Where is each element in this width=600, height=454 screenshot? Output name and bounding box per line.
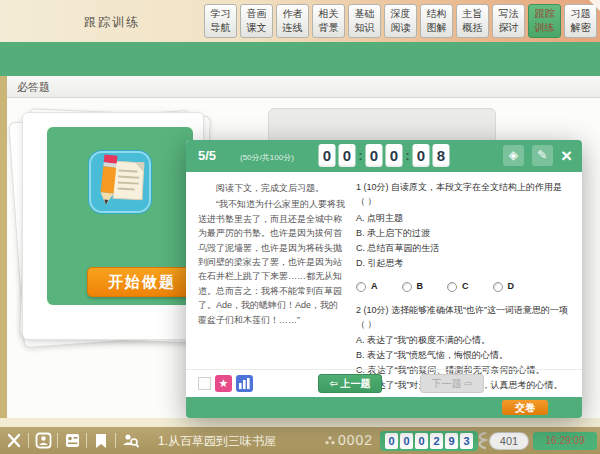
status-bar: 1.从百草园到三味书屋 0002 0 0 0 2 9 3 401 16:29:0… bbox=[0, 427, 600, 454]
divider bbox=[57, 433, 58, 448]
answer-option: B bbox=[402, 280, 424, 294]
question-2-option-a: A. 表达了“我”的极度不满的心情。 bbox=[356, 334, 570, 348]
answer-option: A bbox=[356, 280, 378, 294]
previous-question-label: 上一题 bbox=[341, 378, 371, 389]
timer-digit: 8 bbox=[433, 144, 450, 167]
left-arrow-icon: ⇦ bbox=[329, 378, 337, 389]
submit-button[interactable]: 交卷 bbox=[502, 400, 548, 415]
tab-study-nav[interactable]: 学习 导航 bbox=[204, 4, 237, 38]
tools-icon[interactable] bbox=[3, 431, 25, 451]
tab-writing-style[interactable]: 写法 探讨 bbox=[492, 4, 525, 38]
quiz-timer: 0 0 : 0 0 : 0 8 bbox=[319, 144, 450, 167]
dialog-header: 5/5 (50分/共100分) 0 0 : 0 0 : 0 8 ◈ ✎ × bbox=[186, 140, 582, 172]
counter-digit: 0 bbox=[415, 433, 428, 449]
radio-label: B bbox=[417, 280, 424, 294]
question-2-option-b: B. 表达了“我”愤怒气恼，悔恨的心情。 bbox=[356, 349, 570, 363]
question-1-title: 1 (10分) 自读原文，本段文字在全文结构上的作用是（ ） bbox=[356, 181, 570, 209]
question-2-title: 2 (10分) 选择能够准确体现“也许”这一词语意思的一项（ ） bbox=[356, 304, 570, 332]
radio-label: C bbox=[462, 280, 469, 294]
page-title: 跟踪训练 bbox=[84, 14, 140, 31]
lesson-title: 1.从百草园到三味书屋 bbox=[158, 433, 276, 450]
room-number-badge: 401 bbox=[489, 432, 529, 450]
tab-deep-reading[interactable]: 深度 阅读 bbox=[384, 4, 417, 38]
counter-digit: 2 bbox=[430, 433, 443, 449]
required-question-bar: 必答题 bbox=[7, 76, 600, 98]
radio-label: A bbox=[371, 280, 378, 294]
tab-background[interactable]: 相关 背景 bbox=[312, 4, 345, 38]
question-1-option-c: C. 总结百草园的生活 bbox=[356, 242, 570, 256]
favorite-star-icon[interactable]: ★ bbox=[215, 375, 232, 392]
clip-icon bbox=[475, 431, 489, 451]
passage-body: “我不知道为什么家里的人要将我送进书塾里去了，而且还是全城中称为最严厉的书塾。也… bbox=[198, 197, 346, 327]
pen-icon[interactable]: ✎ bbox=[532, 145, 553, 166]
timer-digit: 0 bbox=[386, 144, 403, 167]
pencil-document-icon bbox=[87, 149, 153, 215]
tab-author-link[interactable]: 作者 连线 bbox=[276, 4, 309, 38]
users-cluster-icon bbox=[325, 436, 335, 445]
dialog-actions: ◈ ✎ × bbox=[503, 145, 572, 166]
counter-digit: 0 bbox=[400, 433, 413, 449]
mark-checkbox[interactable] bbox=[198, 377, 211, 390]
question-1-option-b: B. 承上启下的过渡 bbox=[356, 227, 570, 241]
radio-q1-b[interactable] bbox=[402, 282, 412, 292]
corner-fold-icon bbox=[589, 0, 600, 11]
bookmark-icon[interactable] bbox=[90, 431, 112, 451]
user-search-icon[interactable] bbox=[119, 431, 141, 451]
tab-tracking-training[interactable]: 跟踪 训练 bbox=[528, 4, 561, 38]
radio-q1-a[interactable] bbox=[356, 282, 366, 292]
quiz-card-panel: 开始做题 bbox=[47, 127, 193, 305]
question-panel: 1 (10分) 自读原文，本段文字在全文结构上的作用是（ ） A. 点明主题 B… bbox=[356, 181, 570, 369]
next-question-label: 下一题 bbox=[431, 378, 461, 389]
divider bbox=[86, 433, 87, 448]
next-question-button[interactable]: 下一题 ⇨ bbox=[420, 374, 484, 393]
tab-basics[interactable]: 基础 知识 bbox=[348, 4, 381, 38]
radio-label: D bbox=[508, 280, 515, 294]
dialog-body: 阅读下文，完成文后习题。 “我不知道为什么家里的人要将我送进书塾里去了，而且还是… bbox=[186, 172, 582, 369]
divider bbox=[115, 433, 116, 448]
counter-digit: 3 bbox=[460, 433, 473, 449]
question-progress: 5/5 bbox=[198, 148, 216, 163]
question-1-option-d: D. 引起思考 bbox=[356, 257, 570, 271]
online-count: 0002 bbox=[338, 432, 373, 448]
question-1-answers: A B C D bbox=[356, 280, 570, 294]
quiz-card: 开始做题 bbox=[22, 112, 204, 340]
question-1-option-a: A. 点明主题 bbox=[356, 212, 570, 226]
radio-q1-c[interactable] bbox=[447, 282, 457, 292]
answer-option: C bbox=[447, 280, 469, 294]
top-bar: 跟踪训练 学习 导航 音画 课文 作者 连线 相关 背景 基础 知识 深度 阅读… bbox=[0, 0, 600, 42]
reading-passage: 阅读下文，完成文后习题。 “我不知道为什么家里的人要将我送进书塾里去了，而且还是… bbox=[198, 181, 346, 369]
quiz-dialog: 5/5 (50分/共100分) 0 0 : 0 0 : 0 8 ◈ ✎ × 阅读… bbox=[186, 140, 582, 418]
right-arrow-icon: ⇨ bbox=[464, 378, 472, 389]
id-card-icon[interactable] bbox=[61, 431, 83, 451]
tab-audio-text[interactable]: 音画 课文 bbox=[240, 4, 273, 38]
tab-bar: 学习 导航 音画 课文 作者 连线 相关 背景 基础 知识 深度 阅读 结构 图… bbox=[204, 4, 597, 38]
close-icon[interactable]: × bbox=[561, 146, 572, 166]
timer-separator: : bbox=[406, 149, 410, 163]
dialog-footer: ★ ⇦ 上一题 下一题 ⇨ bbox=[186, 369, 582, 397]
divider bbox=[28, 433, 29, 448]
score-note: (50分/共100分) bbox=[240, 152, 294, 163]
timer-digit: 0 bbox=[413, 144, 430, 167]
status-bar-icons bbox=[3, 427, 141, 454]
bottom-gap bbox=[0, 418, 600, 427]
timer-digit: 0 bbox=[366, 144, 383, 167]
timer-digit: 0 bbox=[319, 144, 336, 167]
green-banner bbox=[0, 42, 600, 76]
passage-intro: 阅读下文，完成文后习题。 bbox=[198, 181, 346, 195]
clock-time: 16:29:09 bbox=[533, 432, 597, 450]
profile-card-icon[interactable] bbox=[32, 431, 54, 451]
stats-icon[interactable] bbox=[236, 375, 253, 392]
tab-main-idea[interactable]: 主旨 概括 bbox=[456, 4, 489, 38]
app-window: 跟踪训练 学习 导航 音画 课文 作者 连线 相关 背景 基础 知识 深度 阅读… bbox=[0, 0, 600, 454]
counter-digit: 9 bbox=[445, 433, 458, 449]
counter-digit: 0 bbox=[385, 433, 398, 449]
timer-digit: 0 bbox=[339, 144, 356, 167]
dialog-bottom-strip: 交卷 bbox=[186, 397, 582, 418]
start-quiz-button[interactable]: 开始做题 bbox=[87, 267, 197, 297]
radio-q1-d[interactable] bbox=[493, 282, 503, 292]
tab-structure[interactable]: 结构 图解 bbox=[420, 4, 453, 38]
gem-icon[interactable]: ◈ bbox=[503, 145, 524, 166]
score-counter: 0 0 0 2 9 3 bbox=[380, 431, 478, 451]
previous-question-button[interactable]: ⇦ 上一题 bbox=[318, 374, 382, 393]
answer-option: D bbox=[493, 280, 515, 294]
